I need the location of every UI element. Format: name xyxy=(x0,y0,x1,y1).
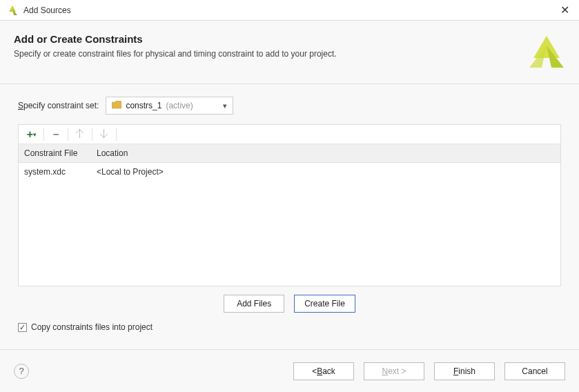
table-body: system.xdc <Local to Project> xyxy=(19,163,560,286)
help-icon[interactable]: ? xyxy=(14,364,29,379)
cell-location: <Local to Project> xyxy=(91,163,560,181)
chevron-down-icon: ▾ xyxy=(223,101,227,110)
constraint-set-dropdown[interactable]: constrs_1 (active) ▾ xyxy=(106,97,233,115)
copy-checkbox[interactable]: ✓ xyxy=(18,323,27,332)
folder-icon xyxy=(112,101,121,111)
next-button: Next > xyxy=(364,362,424,380)
cell-file: system.xdc xyxy=(19,163,91,181)
constraint-set-label: Specify constraint set: xyxy=(18,101,99,110)
constraint-set-value: constrs_1 xyxy=(126,101,161,110)
vivado-logo-icon xyxy=(528,33,565,72)
cancel-button[interactable]: Cancel xyxy=(504,362,565,380)
constraint-set-note: (active) xyxy=(166,101,193,110)
th-constraint-file: Constraint File xyxy=(19,144,91,162)
table-header: Constraint File Location xyxy=(19,144,560,163)
page-subtitle: Specify or create constraint files for p… xyxy=(14,49,514,59)
finish-button[interactable]: Finish xyxy=(434,362,495,380)
wizard-header: Add or Create Constraints Specify or cre… xyxy=(0,21,579,84)
files-panel: +▾ − 🡡 🡣 Constraint File Location system… xyxy=(18,124,561,286)
constraint-set-row: Specify constraint set: constrs_1 (activ… xyxy=(18,97,561,115)
titlebar: Add Sources ✕ xyxy=(0,0,579,21)
files-toolbar: +▾ − 🡡 🡣 xyxy=(19,125,560,144)
add-sources-dialog: Add Sources ✕ Add or Create Constraints … xyxy=(0,0,579,392)
separator xyxy=(68,128,68,141)
back-button[interactable]: < Back xyxy=(293,362,354,380)
create-file-button[interactable]: Create File xyxy=(294,295,355,313)
move-down-icon[interactable]: 🡣 xyxy=(97,127,112,142)
separator xyxy=(116,128,117,141)
copy-checkbox-label: Copy constraints files into project xyxy=(31,322,153,332)
copy-checkbox-row: ✓ Copy constraints files into project xyxy=(18,318,561,332)
move-up-icon[interactable]: 🡡 xyxy=(72,127,88,142)
page-title: Add or Create Constraints xyxy=(14,33,514,45)
window-title: Add Sources xyxy=(23,6,71,15)
add-button-icon[interactable]: +▾ xyxy=(24,127,39,142)
add-files-button[interactable]: Add Files xyxy=(224,295,284,313)
content-area: Specify constraint set: constrs_1 (activ… xyxy=(0,84,579,349)
app-logo-icon xyxy=(7,5,18,16)
table-row[interactable]: system.xdc <Local to Project> xyxy=(19,163,560,181)
th-location: Location xyxy=(91,144,560,162)
close-icon[interactable]: ✕ xyxy=(558,1,572,19)
remove-button-icon[interactable]: − xyxy=(48,127,63,142)
separator xyxy=(92,128,92,141)
wizard-footer: ? < Back Next > Finish Cancel xyxy=(0,349,579,392)
file-actions: Add Files Create File xyxy=(18,286,561,318)
separator xyxy=(43,128,44,141)
